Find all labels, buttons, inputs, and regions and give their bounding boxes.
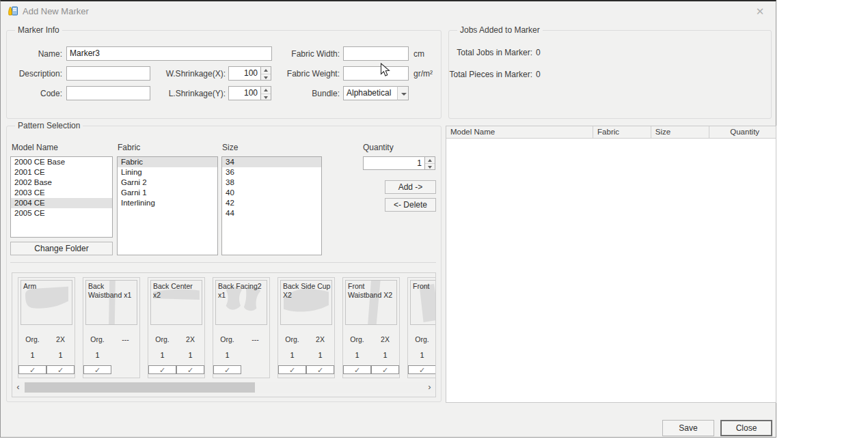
piece-count-value xyxy=(111,351,139,359)
change-folder-button[interactable]: Change Folder xyxy=(10,242,113,255)
fabric-weight-input[interactable] xyxy=(343,66,409,81)
spin-up-icon[interactable] xyxy=(425,157,435,163)
description-input[interactable] xyxy=(66,66,150,81)
list-item[interactable]: 2000 CE Base xyxy=(11,157,112,167)
scrollbar-thumb[interactable] xyxy=(25,382,255,393)
l-shrinkage-spinner[interactable] xyxy=(261,86,271,100)
pattern-selection-legend: Pattern Selection xyxy=(15,121,83,130)
size-list[interactable]: 343638404244 xyxy=(221,156,322,255)
list-item[interactable]: 38 xyxy=(222,178,321,188)
close-icon[interactable]: ✕ xyxy=(754,5,766,18)
column-header-quantity[interactable]: Quantity xyxy=(709,126,776,138)
w-shrinkage-input[interactable]: 100 xyxy=(228,66,261,81)
delete-button[interactable]: <- Delete xyxy=(385,198,436,212)
pattern-piece-card[interactable]: Back Facing2 x1Org.---1✓ xyxy=(213,277,270,378)
piece-checkbox[interactable]: ✓ xyxy=(408,365,436,374)
code-input[interactable] xyxy=(66,86,150,100)
column-header-fabric[interactable]: Fabric xyxy=(593,126,651,138)
piece-count-value: 1 xyxy=(46,351,74,359)
pattern-piece-card[interactable]: Back Side Cup X2Org.2X11✓✓ xyxy=(277,277,335,378)
pattern-piece-card[interactable]: ArmOrg.2X11✓✓ xyxy=(18,277,75,378)
list-item[interactable]: Garni 2 xyxy=(118,178,217,188)
piece-count-value: 1 xyxy=(371,351,399,359)
l-shrinkage-label: L.Shrinkage(Y): xyxy=(157,89,226,98)
list-item[interactable]: Garni 1 xyxy=(118,188,217,198)
piece-type-labels: Org.2X xyxy=(148,335,204,343)
column-header-model-name[interactable]: Model Name xyxy=(446,126,593,138)
list-item[interactable]: 2005 CE xyxy=(11,208,112,218)
piece-checkboxes: ✓✓ xyxy=(18,365,74,374)
column-header-size[interactable]: Size xyxy=(651,126,710,138)
piece-title: Back Waistband x1 xyxy=(88,282,131,299)
piece-count-value: 1 xyxy=(148,351,176,359)
model-list[interactable]: 2000 CE Base2001 CE2002 Base2003 CE2004 … xyxy=(10,156,113,238)
piece-thumbnail: Front xyxy=(410,280,436,325)
list-item[interactable]: 2002 Base xyxy=(11,178,112,188)
piece-title: Front xyxy=(413,282,430,291)
add-button[interactable]: Add -> xyxy=(385,180,436,194)
l-shrinkage-input[interactable]: 100 xyxy=(228,86,261,100)
piece-checkbox[interactable]: ✓ xyxy=(278,365,306,374)
list-item[interactable]: Interlining xyxy=(118,198,217,208)
name-input[interactable]: Marker3 xyxy=(66,46,272,61)
fabric-list[interactable]: FabricLiningGarni 2Garni 1Interlining xyxy=(117,156,218,255)
list-item[interactable]: 44 xyxy=(222,208,321,218)
piece-checkbox[interactable]: ✓ xyxy=(46,365,74,374)
total-pieces-value: 0 xyxy=(536,70,541,79)
model-name-header: Model Name xyxy=(12,143,58,152)
jobs-table: Model NameFabricSizeQuantity xyxy=(446,126,776,403)
spin-down-icon[interactable] xyxy=(261,74,271,81)
piece-checkbox[interactable]: ✓ xyxy=(213,365,241,374)
pattern-piece-card[interactable]: Front Waistband X2Org.2X11✓✓ xyxy=(342,277,400,378)
piece-checkbox[interactable]: ✓ xyxy=(83,365,111,374)
spin-up-icon[interactable] xyxy=(261,67,271,74)
scroll-left-icon[interactable]: ‹ xyxy=(14,382,23,393)
pattern-piece-card[interactable]: Back Waistband x1Org.---1✓ xyxy=(83,277,140,378)
piece-checkboxes: ✓ xyxy=(408,365,436,374)
list-item[interactable]: Fabric xyxy=(118,157,217,167)
mouse-cursor xyxy=(380,63,391,78)
piece-type-labels: Org.--- xyxy=(83,335,139,343)
piece-checkbox[interactable]: ✓ xyxy=(306,365,334,374)
w-shrinkage-spinner[interactable] xyxy=(261,66,271,81)
w-shrinkage-label: W.Shrinkage(X): xyxy=(157,69,226,79)
fabric-width-input[interactable] xyxy=(343,46,409,61)
spin-down-icon[interactable] xyxy=(261,94,271,100)
piece-type-labels: Org.2X xyxy=(278,335,334,343)
piece-count-value: 1 xyxy=(306,351,334,359)
piece-checkbox[interactable]: ✓ xyxy=(148,365,176,374)
pieces-scrollbar[interactable]: ‹ › xyxy=(14,382,434,393)
pattern-piece-card[interactable]: FrontOrg.1✓ xyxy=(407,277,436,378)
list-item[interactable]: 36 xyxy=(222,167,321,178)
bundle-dropdown-icon[interactable] xyxy=(397,86,409,100)
spin-up-icon[interactable] xyxy=(261,87,271,94)
jobs-table-header: Model NameFabricSizeQuantity xyxy=(446,126,776,139)
piece-checkbox[interactable]: ✓ xyxy=(343,365,371,374)
piece-col-label: 2X xyxy=(176,335,204,343)
list-item[interactable]: 34 xyxy=(222,157,321,167)
list-item[interactable]: 2001 CE xyxy=(11,167,112,178)
quantity-spinner[interactable] xyxy=(425,156,435,170)
piece-checkbox[interactable]: ✓ xyxy=(371,365,399,374)
piece-counts: 11 xyxy=(148,351,204,359)
list-item[interactable]: 2004 CE xyxy=(11,198,112,208)
piece-counts: 1 xyxy=(83,351,139,359)
piece-checkbox[interactable]: ✓ xyxy=(18,365,46,374)
list-item[interactable]: 40 xyxy=(222,188,321,198)
list-item[interactable]: 2003 CE xyxy=(11,188,112,198)
bundle-select[interactable]: Alphabetical xyxy=(343,86,398,100)
list-item[interactable]: 42 xyxy=(222,198,321,208)
total-pieces-label: Total Pieces in Marker: xyxy=(448,70,532,79)
spin-down-icon[interactable] xyxy=(425,163,435,169)
scroll-right-icon[interactable]: › xyxy=(425,382,434,393)
close-button[interactable]: Close xyxy=(720,420,772,436)
piece-type-labels: Org.2X xyxy=(18,335,74,343)
jobs-added-legend: Jobs Added to Marker xyxy=(457,25,543,35)
list-item[interactable]: Lining xyxy=(118,167,217,178)
pattern-piece-card[interactable]: Back Center x2Org.2X11✓✓ xyxy=(148,277,205,378)
title-bar[interactable]: Add New Marker ✕ xyxy=(1,1,776,20)
piece-checkbox[interactable]: ✓ xyxy=(176,365,204,374)
quantity-input[interactable]: 1 xyxy=(363,156,425,170)
save-button[interactable]: Save xyxy=(662,420,714,436)
bundle-label: Bundle: xyxy=(271,89,340,98)
